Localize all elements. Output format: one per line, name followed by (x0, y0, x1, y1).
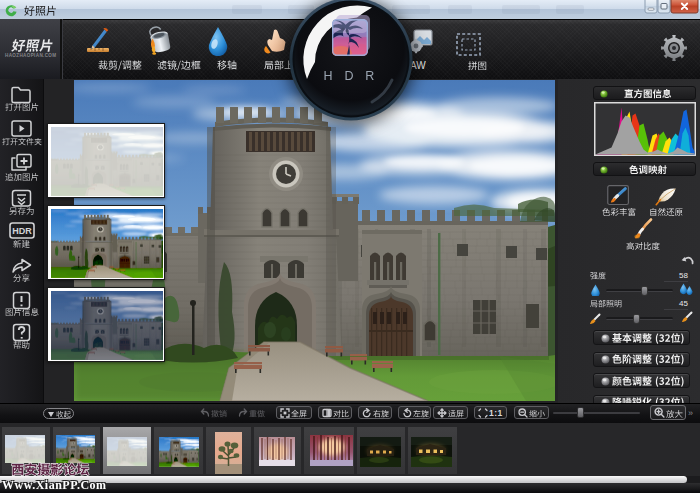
svg-text:H D R: H D R (323, 69, 378, 83)
svg-text:HDR: HDR (12, 226, 32, 236)
